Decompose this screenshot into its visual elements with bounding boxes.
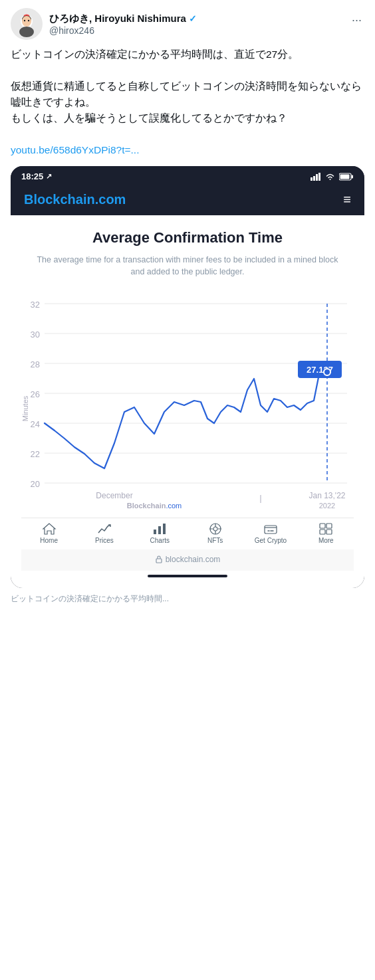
svg-rect-39: [158, 526, 161, 534]
nav-item-more[interactable]: More: [308, 522, 344, 544]
prices-icon: [97, 522, 112, 536]
nav-item-charts[interactable]: Charts: [142, 522, 178, 544]
nav-label-more: More: [318, 537, 334, 544]
hamburger-menu[interactable]: ≡: [343, 192, 351, 207]
more-icon: [318, 522, 333, 536]
tweet-header-left: ひろゆき, Hiroyuki Nishimura ✓ @hirox246: [11, 8, 197, 40]
nav-item-nfts[interactable]: NFTs: [197, 522, 233, 544]
svg-rect-40: [163, 524, 166, 534]
svg-rect-9: [316, 174, 318, 181]
tweet-footer: ビットコインの決済確定にかかる平均時間...: [0, 588, 375, 613]
svg-text:22: 22: [31, 449, 40, 459]
signal-icon: [311, 173, 321, 181]
svg-rect-8: [313, 176, 315, 181]
navbar-title: Blockchain.com: [24, 192, 126, 207]
username: @hirox246: [49, 25, 197, 36]
svg-point-4: [24, 20, 25, 21]
svg-point-42: [213, 527, 217, 531]
get-crypto-icon: [263, 522, 278, 536]
lock-icon: [155, 555, 163, 563]
nav-label-prices: Prices: [95, 537, 114, 544]
tweet-text: ビットコインの決済確定にかかる平均時間は、直近で27分。 仮想通貨に精通してると…: [11, 47, 364, 158]
chart-area: Average Confirmation Time The average ti…: [11, 215, 364, 588]
direction-icon: ↗: [46, 172, 52, 181]
chart-subtitle: The average time for a transaction with …: [21, 254, 354, 279]
nav-item-home[interactable]: Home: [31, 522, 67, 544]
svg-rect-45: [326, 524, 332, 528]
nav-label-charts: Charts: [150, 537, 170, 544]
blockchain-footer: blockchain.com: [21, 549, 354, 571]
svg-text:Minutes: Minutes: [21, 395, 29, 421]
nav-label-home: Home: [40, 537, 58, 544]
svg-rect-13: [340, 174, 350, 179]
svg-rect-47: [326, 530, 332, 534]
nav-label-nfts: NFTs: [207, 537, 223, 544]
nav-item-prices[interactable]: Prices: [86, 522, 122, 544]
verified-badge: ✓: [189, 13, 197, 24]
phone-navbar: Blockchain.com ≡: [11, 185, 364, 215]
svg-rect-38: [154, 530, 156, 534]
battery-icon: [339, 173, 354, 181]
status-bar-icons: [311, 173, 354, 181]
svg-text:December: December: [96, 491, 132, 500]
youtube-link[interactable]: youtu.be/658d6YxDPi8?t=...: [11, 144, 139, 155]
chart-svg: 32 30 28 26 24 22 20 Minutes: [21, 289, 354, 515]
svg-rect-44: [320, 524, 325, 528]
svg-point-3: [22, 16, 31, 27]
svg-point-6: [19, 27, 34, 37]
status-bar: 18:25 ↗: [11, 166, 364, 185]
svg-text:28: 28: [31, 359, 40, 369]
user-info: ひろゆき, Hiroyuki Nishimura ✓ @hirox246: [49, 13, 197, 36]
svg-text:Jan 13,'22: Jan 13,'22: [309, 491, 345, 500]
svg-point-32: [324, 369, 330, 375]
svg-text:20: 20: [31, 479, 40, 489]
svg-text:32: 32: [31, 300, 40, 310]
tweet-container: ひろゆき, Hiroyuki Nishimura ✓ @hirox246 ...…: [0, 0, 375, 588]
svg-rect-48: [156, 559, 162, 563]
svg-rect-46: [320, 530, 325, 534]
svg-rect-7: [311, 177, 312, 181]
svg-rect-10: [318, 173, 320, 181]
nav-item-get-crypto[interactable]: Get Crypto: [253, 522, 289, 544]
chart-title: Average Confirmation Time: [21, 229, 354, 247]
svg-text:Blockchain.com: Blockchain.com: [127, 502, 182, 510]
svg-text:30: 30: [31, 330, 40, 340]
phone-mockup: 18:25 ↗: [11, 166, 364, 588]
status-bar-time: 18:25 ↗: [21, 171, 52, 181]
chart-svg-wrapper: 32 30 28 26 24 22 20 Minutes: [21, 289, 354, 518]
footer-text: blockchain.com: [166, 555, 221, 564]
svg-point-5: [28, 20, 29, 21]
svg-rect-12: [352, 175, 354, 178]
svg-rect-43: [265, 526, 277, 534]
nav-label-get-crypto: Get Crypto: [255, 537, 287, 544]
home-indicator: [148, 575, 227, 577]
home-icon: [42, 522, 57, 536]
display-name: ひろゆき, Hiroyuki Nishimura ✓: [49, 13, 197, 25]
svg-text:26: 26: [31, 389, 40, 399]
nfts-icon: [208, 522, 223, 536]
svg-text:2022: 2022: [319, 502, 335, 510]
tweet-header: ひろゆき, Hiroyuki Nishimura ✓ @hirox246 ...: [11, 8, 364, 40]
avatar: [11, 8, 43, 40]
charts-icon: [152, 522, 167, 536]
bottom-nav: Home Prices Charts: [21, 518, 354, 549]
more-options-button[interactable]: ...: [349, 8, 364, 27]
wifi-icon: [325, 173, 335, 181]
svg-text:24: 24: [31, 419, 40, 429]
